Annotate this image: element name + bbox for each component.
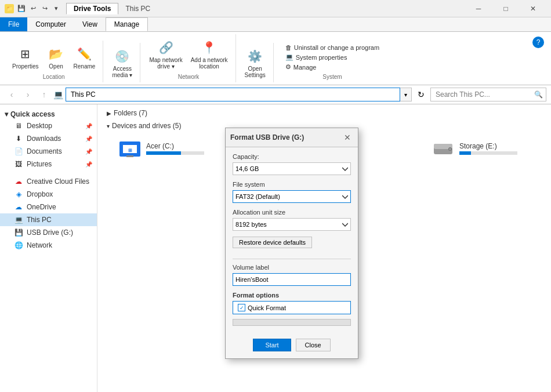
allocation-select[interactable]: 8192 bytes — [233, 218, 351, 231]
tab-view[interactable]: View — [74, 17, 106, 31]
ribbon-group-items-network: 🔗 Map networkdrive ▾ 📍 Add a networkloca… — [146, 37, 230, 71]
creative-cloud-label: Creative Cloud Files — [27, 177, 89, 186]
search-icon: 🔍 — [534, 90, 543, 99]
allocation-label: Allocation unit size — [233, 209, 351, 216]
quick-format-row[interactable]: ✓ Quick Format — [233, 301, 351, 314]
open-button[interactable]: 📂 Open — [44, 43, 68, 71]
sidebar-item-pictures[interactable]: 🖼 Pictures 📌 — [0, 158, 97, 170]
add-network-button[interactable]: 📍 Add a networklocation — [188, 37, 231, 71]
manage-icon: ⚙ — [285, 63, 291, 71]
tab-manage[interactable]: Manage — [106, 17, 148, 31]
sidebar-item-onedrive[interactable]: ☁ OneDrive — [0, 201, 97, 213]
sidebar-item-network[interactable]: 🌐 Network — [0, 239, 97, 252]
drive-acer[interactable]: ⊞ Acer (C:) — [116, 135, 220, 162]
format-dialog[interactable]: Format USB Drive (G:) ✕ Capacity: 14,6 G… — [225, 128, 358, 359]
svg-text:⊞: ⊞ — [128, 148, 132, 153]
system-properties-button[interactable]: 💻 System properties — [284, 53, 380, 61]
refresh-button[interactable]: ↻ — [414, 88, 428, 101]
pictures-label: Pictures — [27, 160, 52, 168]
title-bar-left: 📁 💾 ↩ ↪ ▾ — [5, 3, 61, 14]
capacity-label: Capacity: — [233, 153, 351, 160]
uninstall-icon: 🗑 — [285, 44, 292, 51]
maximize-button[interactable]: □ — [492, 0, 519, 17]
drive-storage[interactable]: Storage (E:) — [429, 135, 534, 162]
access-media-button[interactable]: 💿 Accessmedia ▾ — [109, 45, 135, 80]
dialog-body: Capacity: 14,6 GB File system FAT32 (Def… — [226, 147, 358, 339]
quick-format-checkbox[interactable]: ✓ — [238, 304, 245, 311]
quick-access-toolbar: 💾 ↩ ↪ ▾ — [16, 3, 61, 14]
rename-button[interactable]: ✏️ Rename — [71, 43, 99, 71]
volume-label: Volume label — [233, 264, 351, 271]
usb-icon: 💾 — [14, 228, 23, 237]
capacity-select[interactable]: 14,6 GB — [233, 162, 351, 175]
open-settings-button[interactable]: ⚙️ OpenSettings — [242, 45, 269, 80]
address-dropdown[interactable]: ▾ — [400, 88, 412, 101]
manage-button[interactable]: ⚙ Manage — [284, 63, 380, 71]
documents-icon: 📄 — [14, 147, 23, 156]
start-button[interactable]: Start — [253, 339, 291, 351]
uninstall-button[interactable]: 🗑 Uninstall or change a program — [284, 43, 380, 52]
redo-button[interactable]: ↪ — [39, 3, 50, 14]
dialog-separator1 — [233, 259, 351, 259]
storage-icon — [432, 137, 455, 160]
dialog-footer: Start Close — [226, 339, 358, 358]
dialog-close-button[interactable]: ✕ — [342, 132, 353, 143]
volume-input[interactable] — [233, 273, 351, 286]
tab-computer[interactable]: Computer — [27, 17, 74, 31]
storage-name: Storage (E:) — [459, 142, 517, 150]
usb-drive-label: USB Drive (G:) — [27, 228, 73, 237]
this-pc-tab[interactable]: This PC — [118, 3, 157, 14]
sidebar-item-usb-drive[interactable]: 💾 USB Drive (G:) — [0, 226, 97, 239]
this-pc-icon: 💻 — [14, 215, 23, 224]
allocation-row: Allocation unit size 8192 bytes — [233, 209, 351, 231]
map-network-button[interactable]: 🔗 Map networkdrive ▾ — [146, 37, 185, 71]
pin-icon-downloads: 📌 — [85, 136, 92, 142]
creative-cloud-icon: ☁ — [14, 177, 23, 186]
sidebar-item-this-pc[interactable]: 💻 This PC — [0, 213, 97, 226]
system-properties-icon: 💻 — [285, 53, 293, 61]
app-icon: 📁 — [5, 4, 14, 13]
network-group-label: Network — [178, 74, 200, 80]
format-close-button[interactable]: Close — [296, 339, 331, 351]
back-button[interactable]: ‹ — [5, 88, 19, 101]
properties-button[interactable]: ⊞ Properties — [9, 43, 42, 71]
undo-button[interactable]: ↩ — [28, 3, 38, 14]
minimize-button[interactable]: ─ — [465, 0, 492, 17]
quick-format-label: Quick Format — [248, 304, 286, 311]
ribbon: File Computer View Manage ⊞ Properties 📂… — [0, 17, 551, 85]
filesystem-row: File system FAT32 (Default) — [233, 181, 351, 203]
window-controls: ─ □ ✕ — [465, 0, 546, 17]
sidebar-item-dropbox[interactable]: ◈ Dropbox — [0, 188, 97, 201]
downloads-label: Downloads — [27, 135, 61, 143]
folders-section-header[interactable]: ▶ Folders (7) — [107, 109, 542, 117]
map-network-icon: 🔗 — [157, 38, 175, 57]
download-icon: ⬇ — [14, 134, 23, 143]
address-input[interactable] — [66, 88, 400, 101]
restore-defaults-button[interactable]: Restore device defaults — [233, 237, 312, 248]
filesystem-select[interactable]: FAT32 (Default) — [233, 190, 351, 203]
tab-file[interactable]: File — [0, 17, 27, 31]
ribbon-group-items-media: 💿 Accessmedia ▾ — [109, 45, 135, 80]
capacity-row: Capacity: 14,6 GB — [233, 153, 351, 175]
sidebar-section-quick-access[interactable]: ▾ Quick access — [0, 109, 97, 119]
pc-icon: 💻 — [53, 90, 63, 99]
dropdown-button[interactable]: ▾ — [51, 3, 61, 14]
system-group-label: System — [322, 74, 342, 80]
sidebar-item-creative-cloud[interactable]: ☁ Creative Cloud Files — [0, 175, 97, 188]
sidebar-item-downloads[interactable]: ⬇ Downloads 📌 — [0, 132, 97, 145]
drives-arrow: ▾ — [107, 123, 110, 129]
quick-access-label: Quick access — [10, 110, 55, 118]
close-button[interactable]: ✕ — [520, 0, 546, 17]
forward-button[interactable]: › — [21, 88, 35, 101]
help-button[interactable]: ? — [532, 37, 544, 48]
sidebar-item-documents[interactable]: 📄 Documents 📌 — [0, 145, 97, 158]
storage-info: Storage (E:) — [459, 142, 517, 155]
desktop-label: Desktop — [27, 122, 52, 130]
drive-tools-tab[interactable]: Drive Tools — [66, 3, 118, 14]
format-options-label: Format options — [233, 292, 351, 299]
search-input[interactable] — [430, 88, 546, 101]
up-button[interactable]: ↑ — [37, 88, 51, 101]
save-button[interactable]: 💾 — [16, 3, 27, 14]
dropbox-label: Dropbox — [27, 190, 53, 198]
sidebar-item-desktop[interactable]: 🖥 Desktop 📌 — [0, 119, 97, 132]
